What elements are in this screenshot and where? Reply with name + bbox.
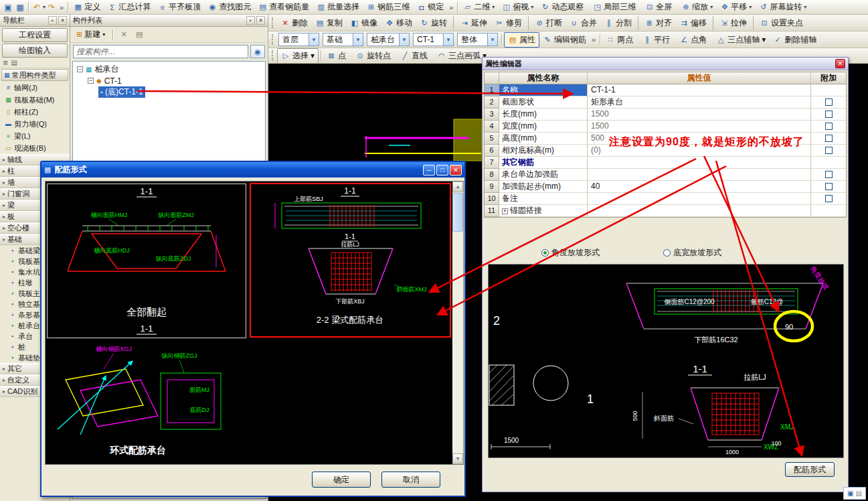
toolbar-button[interactable]: ✥ 移动 — [381, 16, 416, 30]
prop-value[interactable] — [588, 205, 811, 217]
redo-icon[interactable]: ↷ — [46, 3, 58, 12]
context-combo[interactable]: 整体 ▼ — [457, 33, 498, 46]
toolbar-button[interactable]: ⊙ 旋转点 — [352, 49, 396, 63]
expand-icon[interactable]: + — [502, 208, 508, 214]
prop-value[interactable] — [588, 157, 811, 169]
toolbar-button[interactable]: ◉ 查找图元 — [205, 1, 254, 13]
pin-icon[interactable]: ▪ — [48, 16, 57, 25]
prop-name[interactable]: 备注 — [499, 193, 588, 205]
copy-component-icon[interactable]: ▤ — [133, 29, 146, 41]
close-icon[interactable]: ✕ — [835, 59, 845, 68]
toolbar-button[interactable]: ∪ 合并 — [566, 16, 600, 30]
toolbar-button[interactable]: ✂ 修剪 — [491, 16, 525, 30]
toolbar-button[interactable]: ↻ 旋转 — [416, 16, 450, 30]
prop-name[interactable]: 名称 — [499, 84, 588, 96]
toolbar-button[interactable]: ✕ 删除 — [277, 16, 311, 30]
toolbar-button[interactable]: ↻ 动态观察 — [537, 1, 589, 13]
property-button[interactable]: ▤ 属性 — [504, 32, 539, 48]
prop-name[interactable]: 高度(mm) — [499, 133, 588, 145]
common-types-header[interactable]: ▦ 常用构件类型 — [1, 69, 68, 81]
extra-checkbox[interactable] — [825, 147, 833, 154]
search-icon[interactable]: ◉ — [250, 45, 265, 58]
toolbar-grip[interactable] — [272, 50, 275, 61]
pin-icon[interactable]: ▪ — [246, 16, 255, 25]
toolbar-button[interactable]: ↺ 屏幕旋转 ▾ — [756, 1, 810, 13]
close-icon[interactable]: ✕ — [450, 165, 462, 175]
toolbar-button[interactable]: ≣ 对齐 — [638, 16, 675, 30]
nav-common-item[interactable]: # 轴网(J) — [0, 82, 70, 94]
toolbar-button[interactable]: ∠ 点角 — [676, 33, 712, 47]
chevron-down-icon[interactable]: ▼ — [399, 33, 409, 46]
new-component-button[interactable]: ⊞ 新建 ▾ — [73, 27, 108, 42]
toolbar-button[interactable]: ∥ 分割 — [601, 16, 635, 30]
minimize-icon[interactable]: ─ — [423, 165, 435, 175]
rebar-dialog-titlebar[interactable]: ▦ 配筋形式 ─ □ ✕ — [41, 162, 464, 177]
prop-name[interactable]: 相对底标高(m) — [499, 145, 588, 157]
context-combo[interactable]: 桩承台 ▼ — [367, 33, 410, 46]
prop-name[interactable]: 承台单边加强筋 — [499, 169, 588, 181]
chevron-down-icon[interactable]: ▼ — [443, 33, 453, 46]
toolbar-button[interactable]: ✓ 删除辅轴 — [770, 33, 822, 47]
toolbar-grip[interactable] — [272, 34, 275, 45]
toolbar-button[interactable]: Σ 汇总计算 — [104, 1, 154, 13]
prop-name[interactable]: 宽度(mm) — [499, 121, 588, 133]
edit-rebar-button[interactable]: ✎ 编辑钢筋 — [539, 33, 590, 47]
prop-value[interactable]: (0) — [588, 145, 811, 157]
nav-tab[interactable]: 绘图输入 — [2, 44, 68, 58]
toolbar-button[interactable]: ◫ 俯视 ▾ — [499, 1, 537, 13]
delete-component-icon[interactable]: ✕ — [117, 29, 131, 41]
toolbar-button[interactable]: ▱ 二维 ▾ — [460, 1, 498, 13]
extra-checkbox[interactable] — [825, 183, 833, 190]
nav-common-item[interactable]: ▭ 现浇板(B) — [0, 142, 70, 154]
extra-checkbox[interactable] — [825, 98, 833, 106]
toolbar-button[interactable]: ⊞ 钢筋三维 — [363, 1, 413, 13]
nav-common-item[interactable]: ▯ 框柱(Z) — [0, 106, 70, 118]
context-combo[interactable]: 首层 ▼ — [278, 33, 319, 46]
rebar-form-button[interactable]: 配筋形式 — [785, 462, 835, 477]
toolbar-button[interactable]: ⊘ 打断 — [528, 16, 566, 30]
search-input[interactable] — [73, 45, 248, 58]
nav-common-item[interactable]: ▬ 剪力墙(Q) — [0, 118, 70, 130]
overflow-chevron[interactable]: » — [58, 3, 66, 11]
close-icon[interactable]: ✕ — [256, 16, 265, 25]
ime-indicator[interactable]: ▣ ▤ — [843, 487, 866, 500]
toolbar-button[interactable]: ◘ 锁定 — [414, 1, 447, 13]
prop-value[interactable] — [588, 193, 811, 205]
extra-checkbox[interactable] — [825, 135, 833, 142]
toolbar-button[interactable]: ⇥ 延伸 — [453, 16, 491, 30]
toolbar-button[interactable]: ∷ 两点 — [602, 33, 638, 47]
overflow-chevron[interactable]: » — [590, 35, 598, 44]
context-combo[interactable]: CT-1 ▼ — [413, 33, 454, 46]
close-icon[interactable]: ✕ — [58, 16, 67, 25]
context-combo[interactable]: 基础 ▼ — [323, 33, 363, 46]
prop-name[interactable]: 长度(mm) — [499, 109, 588, 121]
undo-icon[interactable]: ↶ — [31, 3, 43, 12]
toolbar-button[interactable]: ⇉ 偏移 — [676, 16, 710, 30]
nav-common-item[interactable]: ≡ 梁(L) — [0, 130, 70, 142]
prop-value[interactable] — [588, 169, 811, 181]
scroll-up-icon[interactable]: ▲ — [452, 182, 463, 192]
extra-checkbox[interactable] — [825, 123, 833, 130]
list-view-icon[interactable]: ≣ — [3, 59, 8, 66]
chevron-down-icon[interactable]: ▼ — [353, 33, 363, 46]
rebar-option-beam-type-selected[interactable]: 1-1 上部筋SBJ 1-1 拉筋LJ — [250, 183, 451, 338]
ok-button[interactable]: 确定 — [312, 472, 371, 488]
prop-name[interactable]: +锚固搭接 — [499, 205, 588, 217]
extra-checkbox[interactable] — [825, 171, 833, 178]
prop-value[interactable]: CT-1-1 — [588, 84, 811, 96]
selected-tree-item[interactable]: ▪ (底)CT-1-1 — [98, 86, 145, 98]
tree-node-root[interactable]: − ▦ 桩承台 — [73, 64, 265, 75]
toolbar-button[interactable]: ◧ 镜像 — [347, 16, 381, 30]
rebar-option-ring-type[interactable]: 横向钢筋XGJ 纵向钢筋ZGJ 面筋MJ 底筋DJ 环式配筋承台 — [47, 342, 246, 463]
angle-slope-radio[interactable]: 角度放坡形式 — [541, 247, 600, 259]
prop-value[interactable]: 1500 — [588, 109, 811, 121]
scrollbar[interactable]: ▲ ▼ — [452, 182, 463, 464]
restore-icon[interactable]: □ — [436, 165, 448, 175]
toolbar-button[interactable]: ⊡ 设置夹点 — [753, 16, 806, 30]
chevron-down-icon[interactable]: ▼ — [309, 33, 319, 46]
toolbar-button[interactable]: ✥ 平移 ▾ — [717, 1, 755, 13]
prop-value[interactable]: 40 — [588, 181, 811, 193]
toolbar-button[interactable]: △ 三点辅轴 ▾ — [713, 33, 769, 47]
nav-tab[interactable]: 工程设置 — [2, 28, 68, 42]
prop-name[interactable]: 截面形状 — [499, 96, 588, 109]
